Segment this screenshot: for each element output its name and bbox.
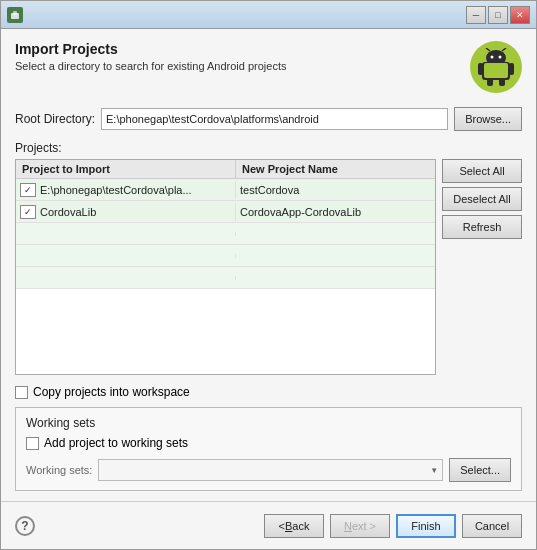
footer-left: ? <box>15 516 35 536</box>
working-sets-select-button[interactable]: Select... <box>449 458 511 482</box>
maximize-button[interactable]: □ <box>488 6 508 24</box>
svg-rect-9 <box>509 63 514 75</box>
working-sets-combo[interactable]: ▼ <box>98 459 443 481</box>
working-sets-label: Working sets: <box>26 464 92 476</box>
table-cell-project-2: ✓ CordovaLib <box>16 203 236 221</box>
copy-checkbox-row: Copy projects into workspace <box>15 385 522 399</box>
add-working-sets-row: Add project to working sets <box>26 436 511 450</box>
svg-rect-10 <box>487 78 493 86</box>
table-row: ✓ CordovaLib CordovaApp-CordovaLib <box>16 201 435 223</box>
cancel-button[interactable]: Cancel <box>462 514 522 538</box>
table-cell-project-1: ✓ E:\phonegap\testCordova\pla... <box>16 181 236 199</box>
table-body: ✓ E:\phonegap\testCordova\pla... testCor… <box>16 179 435 374</box>
project-checkbox-2[interactable]: ✓ <box>20 205 36 219</box>
projects-label: Projects: <box>15 141 522 155</box>
new-name-2: CordovaApp-CordovaLib <box>240 206 361 218</box>
dialog-title: Import Projects <box>15 41 286 57</box>
projects-section: Projects: Project to Import New Project … <box>15 141 522 375</box>
root-dir-row: Root Directory: Browse... <box>15 107 522 131</box>
table-row-empty-3 <box>16 267 435 289</box>
select-all-button[interactable]: Select All <box>442 159 522 183</box>
copy-checkbox[interactable] <box>15 386 28 399</box>
projects-container: Project to Import New Project Name ✓ E:\… <box>15 159 522 375</box>
table-cell-name-1: testCordova <box>236 182 435 198</box>
project-path-2: CordovaLib <box>40 206 96 218</box>
chevron-down-icon: ▼ <box>430 466 438 475</box>
title-bar: ─ □ ✕ <box>1 1 536 29</box>
projects-table: Project to Import New Project Name ✓ E:\… <box>15 159 436 375</box>
close-button[interactable]: ✕ <box>510 6 530 24</box>
back-button[interactable]: < Back <box>264 514 324 538</box>
browse-button[interactable]: Browse... <box>454 107 522 131</box>
empty-cell <box>236 276 435 280</box>
svg-rect-1 <box>13 11 17 15</box>
header-text: Import Projects Select a directory to se… <box>15 41 286 72</box>
col-new-name: New Project Name <box>236 160 435 178</box>
empty-cell <box>16 254 236 258</box>
svg-line-7 <box>502 48 506 51</box>
table-row-empty-2 <box>16 245 435 267</box>
svg-point-5 <box>499 56 502 59</box>
working-sets-row: Working sets: ▼ Select... <box>26 458 511 482</box>
minimize-button[interactable]: ─ <box>466 6 486 24</box>
svg-point-4 <box>491 56 494 59</box>
dialog-subtitle: Select a directory to search for existin… <box>15 60 286 72</box>
new-name-1: testCordova <box>240 184 299 196</box>
main-window: ─ □ ✕ Import Projects Select a directory… <box>0 0 537 550</box>
empty-cell <box>16 276 236 280</box>
col-project: Project to Import <box>16 160 236 178</box>
svg-rect-12 <box>484 63 508 78</box>
root-dir-label: Root Directory: <box>15 112 95 126</box>
window-icon <box>7 7 23 23</box>
footer-right: < Back Next > Finish Cancel <box>264 514 522 538</box>
empty-cell <box>16 232 236 236</box>
svg-rect-11 <box>499 78 505 86</box>
add-working-sets-checkbox[interactable] <box>26 437 39 450</box>
window-controls: ─ □ ✕ <box>466 6 530 24</box>
next-button[interactable]: Next > <box>330 514 390 538</box>
side-buttons: Select All Deselect All Refresh <box>442 159 522 375</box>
svg-line-6 <box>486 48 490 51</box>
deselect-all-button[interactable]: Deselect All <box>442 187 522 211</box>
working-sets-group: Working sets Add project to working sets… <box>15 407 522 491</box>
lower-section: Copy projects into workspace Working set… <box>15 385 522 491</box>
table-row-empty-1 <box>16 223 435 245</box>
empty-cell <box>236 232 435 236</box>
dialog-header: Import Projects Select a directory to se… <box>15 41 522 93</box>
dialog-footer: ? < Back Next > Finish Cancel <box>1 501 536 549</box>
refresh-button[interactable]: Refresh <box>442 215 522 239</box>
empty-cell <box>236 254 435 258</box>
svg-rect-8 <box>478 63 483 75</box>
finish-button[interactable]: Finish <box>396 514 456 538</box>
copy-label: Copy projects into workspace <box>33 385 190 399</box>
table-header: Project to Import New Project Name <box>16 160 435 179</box>
table-row: ✓ E:\phonegap\testCordova\pla... testCor… <box>16 179 435 201</box>
help-button[interactable]: ? <box>15 516 35 536</box>
dialog-content: Import Projects Select a directory to se… <box>1 29 536 501</box>
android-logo <box>470 41 522 93</box>
add-working-sets-label: Add project to working sets <box>44 436 188 450</box>
project-path-1: E:\phonegap\testCordova\pla... <box>40 184 192 196</box>
root-dir-input[interactable] <box>101 108 448 130</box>
working-sets-title: Working sets <box>26 416 511 430</box>
table-cell-name-2: CordovaApp-CordovaLib <box>236 204 435 220</box>
project-checkbox-1[interactable]: ✓ <box>20 183 36 197</box>
